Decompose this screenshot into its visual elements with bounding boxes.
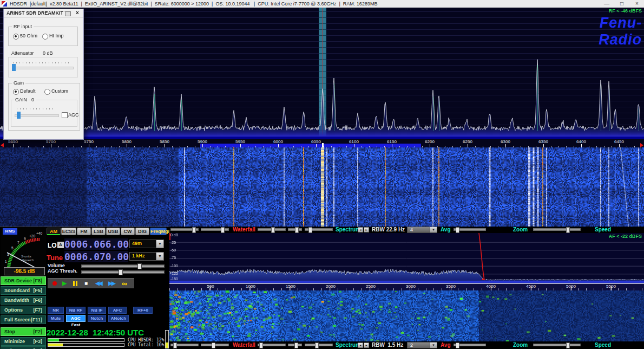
datetime-display: 2022-12-28 12:42:50 UTC [47,328,144,337]
avg-count-dropdown[interactable]: 4 ▼ [407,227,437,233]
pause-icon[interactable] [76,281,77,286]
notch-button[interactable]: Notch [88,315,106,322]
freqmgr-button[interactable]: FreqMgr [150,228,167,235]
spectrum-upper-slider[interactable] [258,228,286,231]
spin-left-icon[interactable]: ◂ [358,227,363,232]
rewind-icon[interactable]: ◀◀ [93,279,104,288]
scale-label: 6050 [308,139,324,144]
spectrum-mid-slider[interactable] [288,228,302,231]
scale-label: 6150 [384,139,399,144]
scale-left-arrow-icon[interactable] [1,143,4,147]
volume-slider[interactable] [81,264,165,268]
scale-right-arrow-icon[interactable] [640,143,643,147]
agc-checkbox[interactable] [62,112,68,118]
step-select-dropdown[interactable]: 1 kHz ▼ [129,252,164,261]
spin-left-icon[interactable]: ◂ [358,342,363,348]
spectrum-mid-slider[interactable] [288,344,302,346]
nb-if-button[interactable]: NB IF [88,307,106,314]
pause-icon[interactable] [73,281,75,286]
agc-fast-button[interactable]: AGC Fast [66,315,86,322]
mode-button-fm[interactable]: FM [77,228,91,235]
radio-default[interactable] [13,89,19,95]
dialog-close-icon[interactable]: × [74,9,81,17]
exit-button[interactable]: Exit[F4] [1,346,46,349]
soundcard-button[interactable]: Soundcard[F5] [1,286,46,295]
rf-spectrum-display[interactable] [0,8,644,137]
rf-frequency-scale[interactable]: 5650 5700 5750 5800 5850 5900 5950 6000 … [0,137,644,147]
avg-slider[interactable] [454,228,486,231]
radio-custom[interactable] [44,89,50,95]
close-button[interactable]: × [630,0,644,8]
record-icon[interactable] [52,281,57,286]
nr-button[interactable]: NR [48,307,64,314]
af-waterfall-display[interactable] [169,290,644,341]
maximize-button[interactable]: □ [615,0,629,8]
audio-level-meter [165,330,169,348]
mode-button-lsb[interactable]: LSB [91,228,106,235]
rf-input-legend: RF input [12,24,34,29]
band-select-dropdown[interactable]: 49m ▼ [129,240,164,248]
scale-label: 6400 [574,139,589,144]
minimize-app-button[interactable]: Minimize[F3] [1,337,46,346]
agc-thresh-slider[interactable] [81,270,165,274]
agc-thresh-thumb[interactable] [119,269,123,275]
sdr-device-button[interactable]: SDR-Device[F8] [1,276,46,285]
loop-icon[interactable]: ∞ [120,279,129,288]
spin-right-icon[interactable]: ▸ [364,227,369,232]
attenuator-slider-box [8,57,78,77]
gain-slider[interactable] [15,114,59,117]
avg-label: Avg [441,342,451,348]
volume-thumb[interactable] [137,263,142,269]
chevron-down-icon[interactable]: ▼ [430,227,437,232]
mode-button-dig[interactable]: DIG [135,228,149,235]
avg-count-dropdown[interactable]: 2 ▼ [407,342,437,348]
avg-slider[interactable] [454,344,486,346]
lo-frequency-display[interactable]: 0006.066.000 [64,238,128,250]
zoom-slider[interactable] [533,228,581,231]
waterfall-brightness-slider[interactable] [170,228,199,231]
attenuator-slider[interactable] [12,67,74,69]
zoom-slider[interactable] [533,344,581,346]
radio-50ohm[interactable] [13,34,19,40]
anotch-button[interactable]: ANotch [108,315,129,322]
options-button[interactable]: Options[F7] [1,306,46,314]
spectrum-upper-slider[interactable] [258,344,286,346]
waterfall-brightness-slider[interactable] [170,344,199,346]
tune-frequency-display[interactable]: 0006.070.000 [64,251,128,262]
afc-button[interactable]: AFC [108,307,127,314]
chevron-down-icon[interactable]: ▼ [430,342,437,348]
mute-button[interactable]: Mute [48,315,64,322]
scale-label: 5850 [157,139,172,144]
attenuator-thumb[interactable] [12,64,16,71]
scale-label: 6200 [422,139,437,144]
spectrum-lower-slider[interactable] [305,228,333,231]
dialog-titlebar[interactable]: ARINST SDR DREAMKIT V2 × [4,9,83,18]
spin-right-icon[interactable]: ▸ [364,342,369,348]
af-spectrum-display[interactable] [169,233,644,284]
nb-rf-button[interactable]: NB RF [66,307,86,314]
minimize-button[interactable]: — [600,0,614,8]
fullscreen-button[interactable]: Full Screen[F11] [1,315,46,324]
mode-button-am[interactable]: AM [47,228,61,235]
chevron-down-icon[interactable]: ▼ [156,240,163,248]
gain-thumb[interactable] [17,112,21,119]
bandwidth-button[interactable]: Bandwidth[F6] [1,296,46,305]
chevron-down-icon[interactable]: ▼ [156,253,163,260]
meter-mode-badge[interactable]: RMS [3,228,17,235]
waterfall-contrast-slider[interactable] [201,228,229,231]
waterfall-contrast-slider[interactable] [201,344,229,346]
radio-hiimp-label: HI Imp [49,33,64,38]
lo-ab-button[interactable]: A [57,242,64,248]
radio-50ohm-label: 50 Ohm [20,33,37,38]
mode-button-cw[interactable]: CW [121,228,135,235]
stop-icon[interactable]: ■ [82,279,90,288]
rf-gain-button[interactable]: RF+0 [133,307,153,314]
mode-button-usb[interactable]: USB [106,228,120,235]
play-icon[interactable]: ▶ [61,279,68,288]
rf-waterfall-display[interactable] [0,147,644,227]
stop-button[interactable]: Stop[F2] [1,327,46,336]
radio-hiimp[interactable] [42,34,48,40]
fast-forward-icon[interactable]: ▶▶ [106,279,117,288]
mode-button-ecss[interactable]: ECSS [61,228,76,235]
spectrum-lower-slider[interactable] [305,344,333,346]
